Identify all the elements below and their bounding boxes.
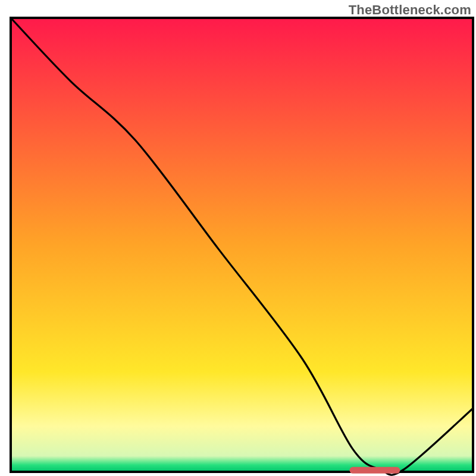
plot-background [11, 18, 473, 472]
chart-container: TheBottleneck.com [0, 0, 476, 476]
bottleneck-chart [0, 0, 476, 476]
